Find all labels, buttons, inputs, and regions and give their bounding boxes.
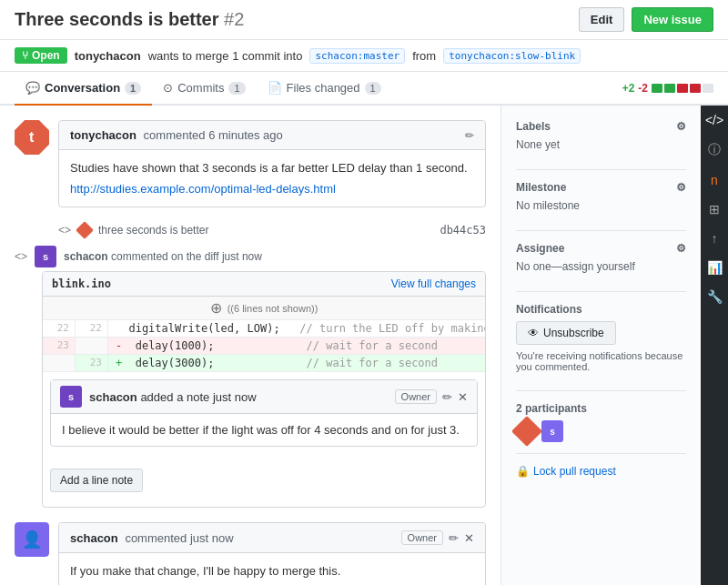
diff-block-3 [677,84,688,93]
sidebar-participants: 2 participants s [516,402,686,442]
base-branch[interactable]: schacon:master [309,48,405,64]
note-author-name: schacon [89,390,137,404]
last-comment-text: If you make that change, I'll be happy t… [70,564,474,578]
eye-icon: 👁 [528,327,539,339]
diff-file-header: blink.ino View full changes [43,272,485,297]
comment-tonychacon: t tonychacon commented 6 minutes ago ✏ S… [15,120,486,207]
comment-body-tonychacon: Studies have shown that 3 seconds is a f… [59,150,485,207]
from-text: from [412,49,436,63]
diff-row-added: 23 + delay(3000); // wait for a second [43,355,485,372]
new-issue-button[interactable]: New issue [632,7,713,32]
sidebar-assignee-title: Assignee ⚙ [516,242,686,255]
right-icon-info[interactable]: ⓘ [708,142,721,158]
content-area: t tonychacon commented 6 minutes ago ✏ S… [0,106,500,585]
tabs-bar: 💬 Conversation 1 ⊙ Commits 1 📄 Files cha… [0,72,728,106]
sidebar-notifications-title: Notifications [516,303,686,316]
participants-title: 2 participants [516,402,686,415]
diff-line-new-1: 22 [76,320,108,337]
tab-files-count: 1 [365,82,381,95]
diff-expand-row: ⊕ ((6 lines not shown)) [43,297,485,320]
sidebar-divider-1 [516,169,686,170]
pr-badge-text: Open [32,49,60,62]
pr-action-text: wants to merge 1 commit into [148,49,303,63]
diff-block-1 [652,84,662,93]
edit-button[interactable]: Edit [579,7,625,32]
notifications-title-text: Notifications [516,303,582,316]
view-full-changes-link[interactable]: View full changes [391,277,476,290]
diff-code-added: + delay(3000); // wait for a second [108,355,485,371]
last-comment-edit-icon[interactable]: ✏ [449,531,459,545]
commits-icon: ⊙ [163,81,173,95]
participant-avatar-tonychacon [511,416,542,447]
diff-stat: +2 -2 [622,82,713,95]
milestone-gear-icon[interactable]: ⚙ [676,181,686,194]
diff-line-new-2 [76,338,108,354]
diff-sha: db44c53 [440,224,486,237]
participants-avatars: s [516,420,686,442]
owner-badge: Owner [395,389,437,404]
labels-value: None yet [516,138,686,151]
inline-note-text: I believe it would be better if the ligh… [62,423,466,437]
tab-commits-label: Commits [177,81,224,95]
right-icon-up[interactable]: ↑ [712,231,718,246]
sidebar-divider-5 [516,453,686,454]
tab-conversation-label: Conversation [45,81,120,95]
sidebar-milestone-title: Milestone ⚙ [516,181,686,194]
lock-pull-request-link[interactable]: 🔒 Lock pull request [516,465,686,478]
tab-files-changed[interactable]: 📄 Files changed 1 [257,72,392,106]
milestone-value: No milestone [516,199,686,212]
assignee-gear-icon[interactable]: ⚙ [676,242,686,255]
diff-code-context: digitalWrite(led, LOW); // turn the LED … [108,320,486,337]
right-icon-grid[interactable]: ⊞ [709,202,720,217]
diff-additions: +2 [622,82,635,95]
note-edit-icon[interactable]: ✏ [442,390,452,404]
diff-mini-avatar [76,221,94,239]
participants-count-text: 2 participants [516,402,587,415]
pr-title-text: Three seconds is better [15,9,219,29]
pr-open-badge: ⑂ Open [15,47,67,64]
sidebar-labels: Labels ⚙ None yet [516,120,686,151]
schacon-note-avatar: s [60,386,82,408]
comment-edit-icon[interactable]: ✏ [465,129,474,142]
last-comment-close-icon[interactable]: ✕ [464,531,474,545]
unsubscribe-button[interactable]: 👁 Unsubscribe [516,321,616,345]
pr-number: #2 [224,9,244,29]
note-close-icon[interactable]: ✕ [458,390,468,404]
add-line-note-button[interactable]: Add a line note [50,469,143,492]
tab-conversation[interactable]: 💬 Conversation 1 [15,72,152,106]
tab-conversation-count: 1 [125,82,141,95]
right-icon-user-active[interactable]: n [711,173,718,187]
assignee-value: No one—assign yourself [516,260,686,273]
assignee-title-text: Assignee [516,242,564,255]
note-action: added a note just now [140,390,256,404]
schacon-diff-avatar: s [35,246,56,267]
tab-commits[interactable]: ⊙ Commits 1 [152,72,256,106]
sidebar-divider-4 [516,390,686,391]
labels-gear-icon[interactable]: ⚙ [676,120,686,133]
diff-hunk-text: ((6 lines not shown)) [228,303,318,314]
comment-header-schacon: schacon commented just now Owner ✏ ✕ [59,523,485,553]
diff-row-context: 22 22 digitalWrite(led, LOW); // turn th… [43,320,485,338]
diff-comment-time: commented on the diff just now [111,250,262,263]
diff-block-5 [703,84,713,93]
sidebar-labels-title: Labels ⚙ [516,120,686,133]
conversation-icon: 💬 [25,81,40,95]
lock-label-text: Lock pull request [533,465,616,478]
merge-icon: ⑂ [22,49,28,62]
inline-note-author: schacon added a note just now [89,390,257,404]
diff-line-old-2: 23 [43,338,76,354]
notification-text: You're receiving notifications because y… [516,350,686,372]
right-icon-tool[interactable]: 🔧 [707,289,723,304]
last-comment-owner-badge: Owner [401,530,443,545]
pr-author: tonychacon [75,49,141,63]
unsubscribe-label: Unsubscribe [543,327,604,339]
right-icon-code[interactable]: </> [705,113,723,127]
right-icon-chart[interactable]: 📊 [707,260,723,275]
diff-commit-text: three seconds is better [98,224,208,237]
schacon-avatar-fallback: 👤 [22,530,42,550]
comment-link[interactable]: http://studies.example.com/optimal-led-d… [70,182,336,196]
head-branch[interactable]: tonychacon:slow-blink [443,48,581,64]
lock-icon: 🔒 [516,465,530,478]
inline-note: s schacon added a note just now Owner ✏ … [50,379,478,447]
diff-comment-author: schacon commented on the diff just now [64,250,262,263]
